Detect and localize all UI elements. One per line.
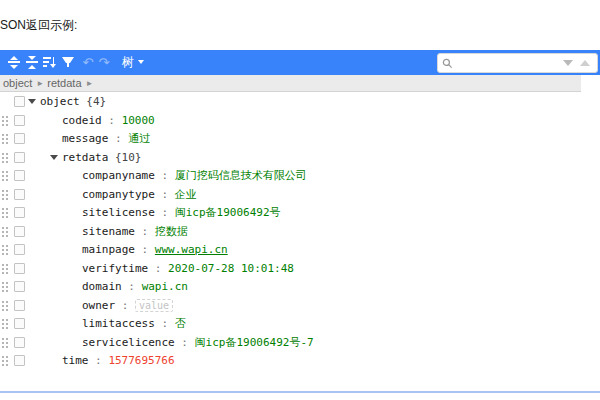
node-key[interactable]: servicelicence — [82, 336, 175, 349]
node-key[interactable]: companytype — [82, 188, 155, 201]
node-key[interactable]: object — [40, 95, 80, 108]
node-key[interactable]: domain — [82, 280, 122, 293]
node-content: sitename : 挖数据 — [82, 223, 188, 240]
node-menu-button[interactable] — [14, 263, 25, 274]
node-menu-button[interactable] — [14, 244, 25, 255]
redo-button[interactable]: ↷ — [94, 52, 114, 72]
breadcrumb: object►retdata► — [0, 75, 581, 92]
search-previous-icon[interactable] — [580, 60, 590, 66]
node-value[interactable]: 通过 — [128, 132, 150, 145]
key-value-separator: : — [122, 280, 142, 293]
node-menu-button[interactable] — [14, 115, 25, 126]
drag-handle-icon[interactable] — [2, 116, 4, 118]
drag-handle-icon[interactable] — [2, 208, 4, 210]
key-value-separator: : — [115, 299, 135, 312]
node-value[interactable]: www.wapi.cn — [155, 243, 228, 256]
tree-row-limitaccess: limitaccess : 否 — [0, 315, 600, 332]
node-menu-button[interactable] — [14, 133, 25, 144]
expand-all-button[interactable] — [4, 52, 24, 72]
key-value-separator: : — [175, 336, 195, 349]
node-menu-button[interactable] — [14, 189, 25, 200]
node-value[interactable]: wapi.cn — [142, 280, 188, 293]
node-menu-button[interactable] — [14, 281, 25, 292]
drag-handle-icon[interactable] — [2, 190, 4, 192]
node-content: time : 1577695766 — [62, 352, 175, 369]
node-key[interactable]: message — [62, 132, 108, 145]
tree-row-message: message : 通过 — [0, 130, 600, 147]
sort-icon — [43, 56, 57, 68]
node-key[interactable]: sitelicense — [82, 206, 155, 219]
search-next-icon[interactable] — [563, 60, 573, 66]
tree-row-time: time : 1577695766 — [0, 352, 600, 369]
node-menu-button[interactable] — [14, 355, 25, 366]
tree-row-mainpage: mainpage : www.wapi.cn — [0, 241, 600, 258]
node-value[interactable]: 10000 — [122, 114, 155, 127]
drag-handle-icon[interactable] — [2, 356, 4, 358]
key-value-separator: : — [135, 225, 155, 238]
node-key[interactable]: codeid — [62, 114, 102, 127]
undo-icon: ↶ — [83, 56, 94, 69]
drag-handle-icon[interactable] — [2, 264, 4, 266]
collapse-all-icon — [26, 56, 38, 69]
node-menu-button[interactable] — [14, 170, 25, 181]
drag-handle-icon[interactable] — [2, 245, 4, 247]
node-value[interactable]: 挖数据 — [155, 225, 188, 238]
drag-handle-icon[interactable] — [2, 134, 4, 136]
tree-row-servicelicence: servicelicence : 闽icp备19006492号-7 — [0, 334, 600, 351]
node-key[interactable]: time — [62, 354, 89, 367]
node-content: message : 通过 — [62, 130, 150, 147]
tree-row-companytype: companytype : 企业 — [0, 186, 600, 203]
node-value[interactable]: 2020-07-28 10:01:48 — [168, 262, 294, 275]
tree-row-retdata: retdata {10} — [0, 149, 600, 166]
tree-row-codeid: codeid : 10000 — [0, 112, 600, 129]
node-menu-button[interactable] — [14, 96, 25, 107]
node-menu-button[interactable] — [14, 226, 25, 237]
breadcrumb-item-object[interactable]: object — [3, 77, 32, 89]
expand-all-icon — [8, 56, 20, 69]
node-key[interactable]: retdata — [62, 151, 108, 164]
node-key[interactable]: mainpage — [82, 243, 135, 256]
drag-handle-icon[interactable] — [2, 319, 4, 321]
tree-row-object: object {4} — [0, 93, 600, 110]
drag-handle-icon[interactable] — [2, 227, 4, 229]
node-menu-button[interactable] — [14, 300, 25, 311]
node-key[interactable]: owner — [82, 299, 115, 312]
node-value[interactable]: 闽icp备19006492号-7 — [195, 336, 314, 349]
node-key[interactable]: limitaccess — [82, 317, 155, 330]
node-child-count: {4} — [80, 95, 107, 108]
drag-handle-icon[interactable] — [2, 153, 4, 155]
breadcrumb-item-retdata[interactable]: retdata — [47, 77, 81, 89]
mode-switch-button[interactable]: 树 — [118, 52, 148, 72]
collapse-triangle-icon[interactable] — [28, 99, 36, 104]
node-key[interactable]: verifytime — [82, 262, 148, 275]
node-key[interactable]: companyname — [82, 169, 155, 182]
node-key[interactable]: sitename — [82, 225, 135, 238]
node-menu-button[interactable] — [14, 207, 25, 218]
collapse-triangle-icon[interactable] — [50, 155, 58, 160]
collapse-all-button[interactable] — [22, 52, 42, 72]
node-content: companytype : 企业 — [82, 186, 197, 203]
key-value-separator: : — [89, 354, 109, 367]
node-value[interactable]: 厦门挖码信息技术有限公司 — [175, 169, 307, 182]
tree-row-owner: owner : value — [0, 297, 600, 314]
key-value-separator: : — [155, 169, 175, 182]
filter-button[interactable] — [58, 52, 78, 72]
node-menu-button[interactable] — [14, 152, 25, 163]
editor-toolbar: ↶ ↷ 树 — [0, 50, 600, 75]
node-value[interactable]: 企业 — [175, 188, 197, 201]
node-value[interactable]: 闽icp备19006492号 — [175, 206, 281, 219]
drag-handle-icon[interactable] — [2, 171, 4, 173]
node-value[interactable]: 1577695766 — [108, 354, 174, 367]
node-value[interactable]: 否 — [175, 317, 186, 330]
node-menu-button[interactable] — [14, 318, 25, 329]
node-value[interactable]: value — [135, 299, 173, 312]
node-child-count: {10} — [108, 151, 141, 164]
drag-handle-icon[interactable] — [2, 338, 4, 340]
key-value-separator: : — [148, 262, 168, 275]
drag-handle-icon[interactable] — [2, 301, 4, 303]
sort-button[interactable] — [40, 52, 60, 72]
search-input[interactable] — [453, 56, 563, 70]
key-value-separator: : — [108, 132, 128, 145]
node-menu-button[interactable] — [14, 337, 25, 348]
drag-handle-icon[interactable] — [2, 282, 4, 284]
